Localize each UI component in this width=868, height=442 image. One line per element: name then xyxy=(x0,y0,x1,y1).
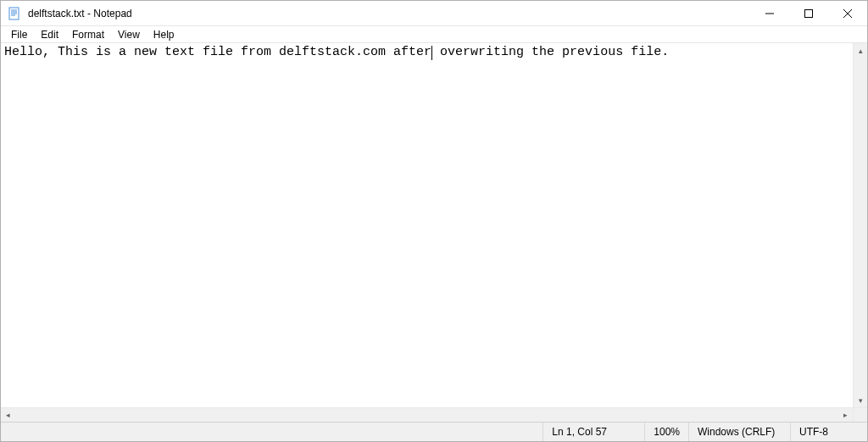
status-zoom: 100% xyxy=(645,423,689,441)
window-controls xyxy=(750,1,867,25)
maximize-button[interactable] xyxy=(789,1,828,25)
text-after-caret: overwriting the previous file. xyxy=(432,45,669,59)
close-button[interactable] xyxy=(828,1,867,25)
menu-edit[interactable]: Edit xyxy=(34,27,65,42)
text-editor[interactable]: Hello, This is a new text file from delf… xyxy=(1,43,853,407)
horizontal-scroll-track[interactable] xyxy=(15,408,838,422)
menu-bar: File Edit Format View Help xyxy=(1,26,867,43)
status-line-ending: Windows (CRLF) xyxy=(689,423,791,441)
status-cursor-position: Ln 1, Col 57 xyxy=(543,423,645,441)
text-before-caret: Hello, This is a new text file from delf… xyxy=(4,45,431,59)
menu-file[interactable]: File xyxy=(4,27,34,42)
horizontal-scrollbar[interactable]: ◂ ▸ xyxy=(1,407,853,422)
horizontal-scrollbar-row: ◂ ▸ xyxy=(1,407,867,422)
title-bar: delftstack.txt - Notepad xyxy=(1,1,867,26)
menu-help[interactable]: Help xyxy=(147,27,181,42)
menu-format[interactable]: Format xyxy=(65,27,111,42)
vertical-scrollbar[interactable]: ▴ ▾ xyxy=(853,43,867,407)
scroll-up-icon[interactable]: ▴ xyxy=(854,43,867,58)
svg-rect-6 xyxy=(805,9,813,17)
vertical-scroll-track[interactable] xyxy=(854,58,867,393)
notepad-icon xyxy=(8,7,21,20)
scroll-corner xyxy=(853,407,867,422)
scroll-right-icon[interactable]: ▸ xyxy=(838,408,853,422)
status-spacer xyxy=(1,423,543,441)
status-bar: Ln 1, Col 57 100% Windows (CRLF) UTF-8 xyxy=(1,422,867,441)
window-title: delftstack.txt - Notepad xyxy=(26,8,750,19)
editor-wrapper: Hello, This is a new text file from delf… xyxy=(1,43,867,407)
scroll-down-icon[interactable]: ▾ xyxy=(854,393,867,407)
minimize-button[interactable] xyxy=(750,1,789,25)
status-encoding: UTF-8 xyxy=(791,423,867,441)
menu-view[interactable]: View xyxy=(111,27,147,42)
scroll-left-icon[interactable]: ◂ xyxy=(1,408,15,422)
